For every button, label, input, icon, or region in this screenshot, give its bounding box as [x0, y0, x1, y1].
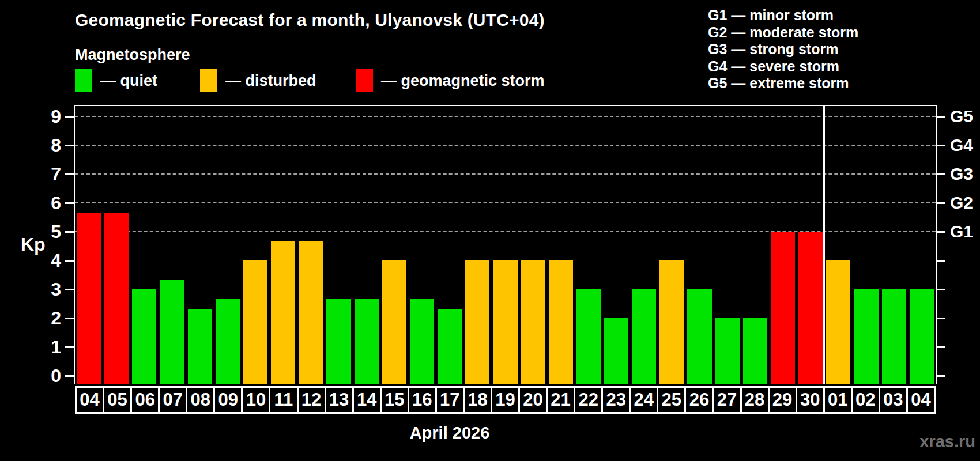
- legend-swatch-quiet: [75, 69, 92, 92]
- month-label: April 2026: [306, 424, 594, 443]
- day-label-20: 20: [518, 386, 548, 414]
- storm-scale-line-1: G1 — minor storm: [708, 7, 858, 24]
- bar-day-02: [854, 289, 878, 384]
- bar-day-18: [465, 260, 489, 384]
- chart-title: Geomagnetic Forecast for a month, Ulyano…: [75, 10, 545, 30]
- day-label-10: 10: [241, 386, 270, 414]
- storm-scale-line-4: G4 — severe storm: [708, 58, 858, 75]
- bar-day-03: [882, 289, 906, 384]
- storm-scale-legend: G1 — minor stormG2 — moderate stormG3 — …: [708, 7, 858, 92]
- legend-swatch-disturbed: [200, 69, 217, 92]
- bar-day-20: [521, 260, 545, 384]
- bar-slot-05: [103, 106, 130, 384]
- day-label-11: 11: [269, 386, 298, 414]
- bar-day-17: [438, 309, 462, 384]
- bar-day-27: [715, 318, 740, 384]
- bar-slot-22: [575, 106, 602, 384]
- day-label-27: 27: [712, 386, 741, 414]
- bar-day-12: [299, 241, 323, 384]
- bar-day-21: [549, 260, 573, 384]
- bar-day-04: [910, 289, 934, 384]
- right-tick-8: [936, 145, 945, 146]
- geomagnetic-forecast-chart: Geomagnetic Forecast for a month, Ulyano…: [0, 0, 980, 461]
- bar-day-06: [132, 289, 156, 384]
- day-label-22: 22: [574, 386, 603, 414]
- bar-slot-11: [269, 106, 297, 384]
- right-tick-2: [936, 318, 945, 319]
- day-label-08: 08: [186, 386, 215, 414]
- bar-day-07: [160, 280, 184, 384]
- bar-day-09: [216, 299, 240, 384]
- y-tick-label-1: 1: [17, 336, 61, 358]
- y-tick-label-6: 6: [17, 192, 61, 214]
- legend-item-storm: — geomagnetic storm: [356, 68, 545, 93]
- day-label-01: 01: [823, 386, 853, 414]
- bar-day-29: [771, 232, 795, 384]
- right-tick-1: [936, 346, 945, 348]
- storm-scale-line-5: G5 — extreme storm: [708, 75, 858, 92]
- bar-day-23: [604, 318, 628, 384]
- day-label-16: 16: [408, 386, 437, 414]
- y-tick-label-8: 8: [17, 134, 61, 156]
- bar-slot-09: [214, 106, 242, 384]
- bar-day-15: [382, 260, 406, 384]
- right-axis-label-G4: G4: [950, 135, 973, 156]
- day-label-21: 21: [546, 386, 575, 414]
- bar-slot-03: [880, 106, 908, 384]
- y-tick-label-4: 4: [17, 250, 61, 271]
- right-tick-0: [936, 375, 945, 377]
- bar-day-04: [77, 213, 101, 384]
- storm-scale-line-3: G3 — strong storm: [708, 41, 858, 58]
- bar-slot-20: [519, 106, 547, 384]
- y-tick-label-5: 5: [17, 221, 61, 243]
- right-axis-label-G5: G5: [950, 106, 973, 127]
- day-label-23: 23: [601, 386, 631, 414]
- bar-slot-15: [380, 106, 408, 384]
- day-label-15: 15: [380, 386, 409, 414]
- day-label-12: 12: [297, 386, 326, 414]
- bar-slot-30: [797, 106, 824, 384]
- bar-day-11: [271, 241, 295, 384]
- bar-slot-10: [242, 106, 269, 384]
- legend-label-disturbed: — disturbed: [225, 72, 316, 90]
- bar-day-30: [798, 232, 823, 384]
- day-label-04: 04: [75, 386, 104, 414]
- bar-slot-24: [630, 106, 658, 384]
- day-label-19: 19: [491, 386, 520, 414]
- right-tick-9: [936, 116, 945, 118]
- bar-slot-27: [714, 106, 741, 384]
- bar-slot-04: [908, 106, 936, 384]
- day-label-07: 07: [158, 386, 187, 414]
- right-tick-5: [936, 231, 945, 233]
- y-tick-label-3: 3: [17, 278, 61, 300]
- bar-slot-02: [852, 106, 880, 384]
- day-label-25: 25: [657, 386, 686, 414]
- bar-slot-23: [602, 106, 630, 384]
- bar-day-24: [632, 289, 656, 384]
- bar-slot-26: [685, 106, 713, 384]
- legend-swatch-storm: [356, 69, 373, 92]
- day-label-14: 14: [352, 386, 382, 414]
- bar-day-22: [576, 289, 601, 384]
- day-label-13: 13: [325, 386, 354, 414]
- legend-item-disturbed: — disturbed: [200, 68, 316, 93]
- bar-day-10: [243, 260, 267, 384]
- day-label-18: 18: [463, 386, 492, 414]
- bar-day-13: [326, 299, 350, 384]
- chart-subtitle: Magnetosphere: [75, 46, 190, 64]
- bar-slot-28: [741, 106, 769, 384]
- legend-label-storm: — geomagnetic storm: [381, 72, 545, 90]
- bar-slot-01: [824, 106, 852, 384]
- bar-slot-12: [297, 106, 325, 384]
- bar-slot-21: [547, 106, 575, 384]
- bar-day-14: [355, 299, 379, 384]
- bar-slot-25: [658, 106, 685, 384]
- y-tick-label-7: 7: [17, 163, 61, 185]
- day-label-17: 17: [435, 386, 465, 414]
- day-label-09: 09: [213, 386, 243, 414]
- day-label-30: 30: [796, 386, 825, 414]
- bars-container: [75, 106, 936, 384]
- right-tick-7: [936, 173, 945, 175]
- bar-slot-07: [158, 106, 186, 384]
- right-axis-label-G2: G2: [950, 192, 973, 213]
